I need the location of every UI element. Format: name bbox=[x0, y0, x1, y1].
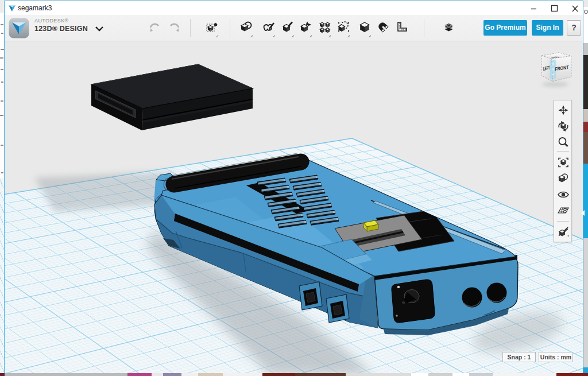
hide-show-nav-icon[interactable] bbox=[556, 188, 570, 201]
brand-text: AUTODESK® 123D® DESIGN bbox=[34, 18, 88, 33]
background-thumbnail bbox=[0, 373, 5, 376]
background-scroll-arrow bbox=[581, 210, 585, 216]
tool-dropdown-tick[interactable] bbox=[309, 34, 312, 38]
background-text-fragment bbox=[1, 145, 3, 146]
background-window-left-sliver bbox=[0, 0, 4, 376]
orbit-nav-icon[interactable] bbox=[556, 119, 570, 133]
close-icon bbox=[565, 1, 585, 15]
undo-icon[interactable] bbox=[148, 20, 161, 34]
background-thumbnail bbox=[262, 373, 295, 376]
units-setting[interactable]: Units : mm bbox=[539, 352, 573, 362]
background-thumbnail bbox=[295, 373, 346, 376]
background-thumbnail bbox=[5, 373, 127, 376]
background-thumbnail bbox=[452, 373, 469, 376]
background-fragment bbox=[0, 75, 4, 178]
tool-dropdown-tick[interactable] bbox=[272, 34, 276, 38]
background-window-right-sliver bbox=[583, 0, 588, 376]
background-text-fragment bbox=[1, 172, 3, 173]
show-sketch-nav-icon[interactable] bbox=[556, 225, 570, 239]
modify-tool-icon[interactable] bbox=[299, 21, 313, 34]
menu-chevron-icon[interactable] bbox=[94, 25, 105, 32]
screen: segamark3 AUTODESK® 123D® D bbox=[0, 0, 588, 376]
autodesk-123d-logo[interactable] bbox=[9, 18, 29, 38]
background-thumbnail bbox=[469, 373, 493, 376]
pattern-tool-icon[interactable] bbox=[318, 21, 332, 34]
background-thumbnail bbox=[163, 373, 181, 376]
background-fragment bbox=[0, 178, 4, 376]
background-fragment bbox=[583, 132, 588, 164]
maximize-icon bbox=[544, 1, 564, 15]
transform-tool-icon[interactable] bbox=[206, 21, 219, 34]
toolbar-separator bbox=[190, 19, 191, 37]
redo-icon[interactable] bbox=[168, 20, 181, 34]
background-text-fragment bbox=[1, 82, 3, 83]
snap-tool-icon[interactable] bbox=[377, 21, 391, 34]
background-window-bottom-sliver bbox=[0, 373, 588, 376]
background-thumbnail bbox=[152, 373, 163, 376]
tool-dropdown-tick[interactable] bbox=[328, 34, 331, 38]
window-title: segamark3 bbox=[18, 4, 52, 12]
tool-dropdown-tick[interactable] bbox=[291, 34, 295, 38]
view-cube[interactable]: TOPLEFTFRONT bbox=[541, 53, 571, 87]
navigation-toolbar bbox=[554, 100, 572, 242]
help-button[interactable]: ? bbox=[567, 20, 581, 36]
minimize-icon bbox=[524, 1, 543, 15]
background-text-fragment bbox=[1, 100, 3, 102]
combine-tool-icon[interactable] bbox=[358, 21, 372, 34]
background-glyph-fragment bbox=[584, 10, 588, 14]
minimize-button[interactable] bbox=[524, 1, 543, 15]
background-text-fragment bbox=[1, 69, 3, 70]
background-fragment bbox=[583, 55, 588, 109]
title-bar: segamark3 bbox=[5, 1, 583, 15]
scene-canvas: TOPLEFTFRONT bbox=[5, 41, 583, 373]
fit-nav-icon[interactable] bbox=[556, 156, 570, 169]
show-grid-nav-icon[interactable] bbox=[556, 204, 570, 218]
sign-in-button[interactable]: Sign In bbox=[532, 20, 563, 36]
background-thumbnail bbox=[181, 373, 198, 376]
pan-nav-icon[interactable] bbox=[556, 103, 570, 117]
background-fragment bbox=[583, 109, 588, 122]
background-thumbnail bbox=[493, 373, 556, 376]
tool-dropdown-tick[interactable] bbox=[250, 34, 253, 38]
nav-divider bbox=[557, 151, 569, 152]
background-thumbnail bbox=[198, 373, 223, 376]
background-thumbnail bbox=[411, 373, 428, 376]
background-text-fragment bbox=[1, 33, 3, 34]
tool-dropdown-tick[interactable] bbox=[215, 34, 219, 38]
background-thumbnail bbox=[346, 373, 411, 376]
close-button[interactable] bbox=[565, 1, 585, 15]
snap-setting[interactable]: Snap : 1 bbox=[502, 352, 536, 362]
background-text-fragment bbox=[0, 57, 3, 59]
grouping-tool-icon[interactable] bbox=[337, 21, 351, 34]
viewport-3d[interactable]: TOPLEFTFRONT bbox=[5, 41, 583, 373]
go-premium-button[interactable]: Go Premium bbox=[483, 20, 527, 36]
toolbar-separator bbox=[424, 19, 424, 37]
background-thumbnail bbox=[127, 373, 152, 376]
primitives-tool-icon[interactable] bbox=[240, 21, 254, 34]
material-tool-icon[interactable] bbox=[442, 21, 456, 34]
background-text-fragment bbox=[0, 115, 3, 116]
background-thumbnail bbox=[223, 373, 262, 376]
zoom-nav-icon[interactable] bbox=[556, 135, 570, 149]
app-window: segamark3 AUTODESK® 123D® D bbox=[4, 1, 583, 373]
toolbar-separator bbox=[230, 19, 230, 37]
background-text-fragment bbox=[1, 24, 3, 25]
background-thumbnail bbox=[428, 373, 452, 376]
background-fragment bbox=[0, 0, 4, 13]
construct-tool-icon[interactable] bbox=[281, 21, 295, 34]
background-fragment bbox=[583, 43, 588, 55]
maximize-button[interactable] bbox=[544, 1, 564, 15]
background-fragment bbox=[583, 122, 588, 132]
sketch-tool-icon[interactable] bbox=[262, 21, 276, 34]
shade-nav-icon[interactable] bbox=[556, 172, 570, 185]
measure-tool-icon[interactable] bbox=[396, 21, 409, 34]
background-fragment bbox=[583, 164, 588, 238]
tool-dropdown-tick[interactable] bbox=[347, 34, 350, 38]
main-toolbar: AUTODESK® 123D® DESIGN Go Premium Sign I… bbox=[5, 15, 583, 41]
cartridge-model[interactable] bbox=[91, 64, 253, 130]
nav-divider bbox=[557, 221, 569, 222]
background-thumbnail bbox=[556, 373, 588, 376]
background-fragment bbox=[583, 238, 588, 367]
app-logo-icon bbox=[8, 4, 16, 12]
tool-dropdown-tick[interactable] bbox=[368, 34, 372, 38]
